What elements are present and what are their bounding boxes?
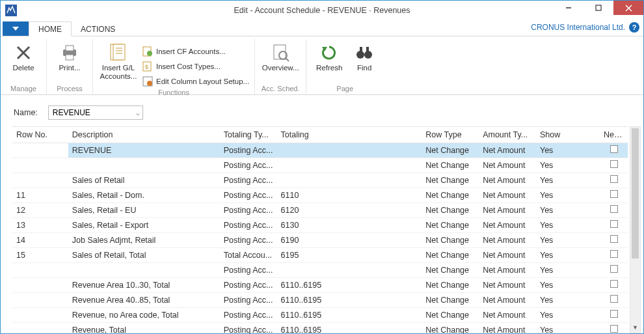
minimize-button[interactable] bbox=[554, 1, 584, 15]
printer-icon bbox=[59, 42, 80, 64]
company-name: CRONUS International Ltd. bbox=[531, 23, 625, 32]
tab-actions[interactable]: ACTIONS bbox=[72, 22, 124, 36]
table-row[interactable]: Revenue, TotalPosting Acc...6110..6195Ne… bbox=[12, 322, 628, 333]
col-row-type[interactable]: Row Type bbox=[422, 127, 479, 143]
table-row[interactable]: Sales of RetailPosting Acc...Net ChangeN… bbox=[12, 173, 628, 188]
ribbon: Delete Manage Print... Process Insert G/… bbox=[1, 36, 643, 95]
name-combo[interactable]: REVENUE ⌵ bbox=[48, 105, 143, 120]
checkbox[interactable] bbox=[610, 190, 618, 198]
checkbox[interactable] bbox=[610, 325, 618, 333]
col-rowno[interactable]: Row No. bbox=[12, 127, 68, 143]
ribbon-tabs: HOME ACTIONS CRONUS International Ltd. ? bbox=[1, 20, 643, 36]
title-bar: Edit - Account Schedule - REVENUE · Reve… bbox=[1, 1, 643, 20]
maximize-button[interactable] bbox=[584, 1, 613, 15]
checkbox[interactable] bbox=[610, 295, 618, 303]
table-row[interactable]: 12Sales, Retail - EUPosting Acc...6120Ne… bbox=[12, 202, 628, 217]
svg-rect-0 bbox=[5, 5, 17, 16]
header-form: Name: REVENUE ⌵ bbox=[1, 95, 643, 126]
checkbox[interactable] bbox=[610, 235, 618, 243]
svg-rect-2 bbox=[596, 5, 601, 10]
svg-point-17 bbox=[147, 51, 152, 56]
svg-rect-29 bbox=[366, 47, 369, 52]
delete-button[interactable]: Delete bbox=[6, 42, 41, 72]
table-row[interactable]: Posting Acc...Net ChangeNet AmountYes bbox=[12, 262, 628, 277]
table-row[interactable]: Revenue Area 10..30, TotalPosting Acc...… bbox=[12, 277, 628, 292]
refresh-icon bbox=[319, 42, 339, 64]
table-row[interactable]: REVENUEPosting Acc...Net ChangeNet Amoun… bbox=[12, 143, 628, 158]
checkbox[interactable] bbox=[610, 280, 618, 288]
scroll-thumb[interactable] bbox=[632, 128, 639, 258]
checkbox[interactable] bbox=[610, 250, 618, 258]
close-button[interactable] bbox=[613, 1, 643, 15]
svg-rect-9 bbox=[66, 46, 74, 51]
svg-point-21 bbox=[147, 81, 152, 86]
checkbox[interactable] bbox=[610, 175, 618, 183]
binoculars-icon bbox=[355, 42, 374, 64]
col-amount-type[interactable]: Amount Ty... bbox=[479, 127, 536, 143]
cost-icon: $ bbox=[142, 61, 153, 72]
col-description[interactable]: Description bbox=[68, 127, 220, 143]
vertical-scrollbar[interactable]: ▲ ▼ bbox=[630, 126, 641, 333]
insert-gl-button[interactable]: Insert G/L Accounts... bbox=[98, 42, 139, 81]
table-row[interactable]: Revenue Area 40..85, TotalPosting Acc...… bbox=[12, 292, 628, 307]
grid-container: Row No. Description Totaling Ty... Total… bbox=[1, 126, 643, 333]
group-process: Process bbox=[52, 85, 87, 94]
overview-button[interactable]: Overview... bbox=[260, 42, 301, 72]
checkbox[interactable] bbox=[610, 205, 618, 213]
col-totaling-type[interactable]: Totaling Ty... bbox=[220, 127, 277, 143]
insert-cost-button[interactable]: $Insert Cost Types... bbox=[142, 59, 249, 74]
print-button[interactable]: Print... bbox=[52, 42, 87, 72]
scroll-down-icon[interactable]: ▼ bbox=[630, 322, 640, 333]
accounts-icon bbox=[108, 42, 129, 64]
table-row[interactable]: Posting Acc...Net ChangeNet AmountYes bbox=[12, 158, 628, 173]
app-icon bbox=[2, 1, 20, 20]
delete-icon bbox=[14, 42, 33, 64]
checkbox[interactable] bbox=[610, 160, 618, 168]
table-row[interactable]: 11Sales, Retail - Dom.Posting Acc...6110… bbox=[12, 188, 628, 202]
checkbox[interactable] bbox=[610, 310, 618, 318]
group-accsched: Acc. Sched. bbox=[260, 85, 301, 94]
svg-rect-28 bbox=[360, 47, 362, 52]
name-value: REVENUE bbox=[53, 108, 90, 117]
rowno-input[interactable] bbox=[16, 146, 64, 155]
chevron-down-icon: ⌵ bbox=[136, 109, 140, 117]
checkbox[interactable] bbox=[610, 145, 618, 153]
cf-icon bbox=[142, 46, 153, 57]
checkbox[interactable] bbox=[610, 220, 618, 228]
group-manage: Manage bbox=[6, 85, 41, 94]
col-show[interactable]: Show bbox=[536, 127, 600, 143]
svg-rect-10 bbox=[66, 55, 74, 60]
window-title: Edit - Account Schedule - REVENUE · Reve… bbox=[234, 6, 410, 15]
svg-line-24 bbox=[286, 58, 289, 61]
data-grid[interactable]: Row No. Description Totaling Ty... Total… bbox=[12, 127, 628, 333]
col-new-page[interactable]: New... bbox=[600, 127, 628, 143]
find-button[interactable]: Find bbox=[351, 42, 378, 72]
insert-cf-button[interactable]: Insert CF Accounts... bbox=[142, 44, 249, 59]
group-page: Page bbox=[312, 85, 378, 94]
overview-icon bbox=[271, 42, 290, 64]
help-icon[interactable]: ? bbox=[629, 22, 639, 33]
header-row[interactable]: Row No. Description Totaling Ty... Total… bbox=[12, 127, 628, 143]
edit-column-button[interactable]: Edit Column Layout Setup... bbox=[142, 74, 249, 89]
application-menu[interactable] bbox=[3, 21, 29, 36]
svg-marker-5 bbox=[12, 27, 19, 31]
table-row[interactable]: 14Job Sales Adjmt, RetailPosting Acc...6… bbox=[12, 232, 628, 247]
name-label: Name: bbox=[14, 108, 38, 117]
table-row[interactable]: Revenue, no Area code, TotalPosting Acc.… bbox=[12, 307, 628, 322]
col-totaling[interactable]: Totaling bbox=[277, 127, 422, 143]
svg-text:$: $ bbox=[145, 64, 148, 70]
group-functions: Functions bbox=[98, 89, 249, 98]
table-row[interactable]: 15Sales of Retail, TotalTotal Accou...61… bbox=[12, 247, 628, 262]
checkbox[interactable] bbox=[610, 265, 618, 273]
tab-home[interactable]: HOME bbox=[29, 21, 72, 36]
svg-rect-12 bbox=[113, 44, 125, 60]
table-row[interactable]: 13Sales, Retail - ExportPosting Acc...61… bbox=[12, 217, 628, 232]
refresh-button[interactable]: Refresh bbox=[312, 42, 347, 72]
layout-icon bbox=[142, 76, 153, 87]
